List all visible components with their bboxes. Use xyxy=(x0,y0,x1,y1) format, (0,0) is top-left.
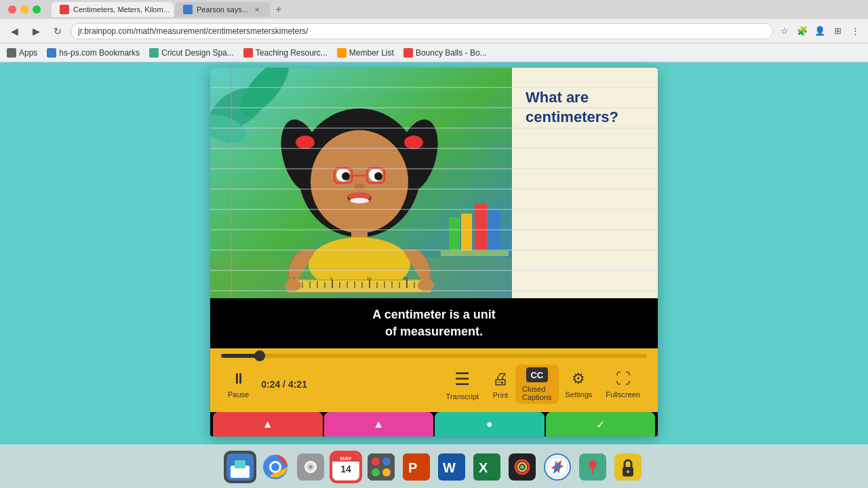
svg-text:P: P xyxy=(408,460,417,475)
bookmark-bouncy-label: Bouncy Balls - Bo... xyxy=(416,48,487,58)
svg-text:X: X xyxy=(479,460,488,475)
traffic-lights xyxy=(8,5,41,14)
tab-brainpop-label: Centimeters, Meters, Kilom... xyxy=(73,5,170,14)
url-text: jr.brainpop.com/math/measurement/centime… xyxy=(78,26,308,36)
fullscreen-label: Fullscreen xyxy=(606,390,640,399)
menu-button[interactable]: ⋮ xyxy=(848,24,863,39)
svg-text:W: W xyxy=(443,460,456,475)
hs-icon xyxy=(47,48,56,58)
title-bar: Centimeters, Meters, Kilom... ✕ Pearson … xyxy=(0,0,868,19)
dock-word[interactable]: W xyxy=(435,451,468,483)
bookmark-bouncy[interactable]: Bouncy Balls - Bo... xyxy=(403,48,487,58)
pearson-favicon xyxy=(183,5,193,14)
settings-icon: ⚙ xyxy=(572,370,585,388)
video-player: 1 5 10 15 What are centimeters? xyxy=(210,68,658,436)
cc-icon: CC xyxy=(526,367,548,382)
svg-rect-56 xyxy=(235,460,245,468)
bottom-btn-teal[interactable]: ● xyxy=(435,412,545,436)
back-button[interactable]: ◀ xyxy=(5,22,23,40)
settings-label: Settings xyxy=(566,390,593,399)
fullscreen-button[interactable]: ⛶ Fullscreen xyxy=(599,367,647,401)
tab-brainpop[interactable]: Centimeters, Meters, Kilom... ✕ xyxy=(52,2,174,17)
svg-point-59 xyxy=(271,463,279,471)
progress-row xyxy=(210,348,658,361)
bookmark-apps[interactable]: Apps xyxy=(7,48,37,58)
bookmark-hs-label: hs-ps.com Bookmarks xyxy=(59,48,140,58)
bottom-btn-green[interactable]: ✓ xyxy=(546,412,656,436)
bookmark-apps-label: Apps xyxy=(19,48,37,58)
current-time: 0:24 xyxy=(261,379,280,390)
print-label: Print xyxy=(493,391,509,399)
bottom-buttons-strip: ▲ ▲ ● ✓ xyxy=(210,412,658,436)
settings-button[interactable]: ⚙ Settings xyxy=(559,367,599,401)
subtitle-bar: A centimeter is a unitof measurement. xyxy=(210,298,658,348)
macos-dock: MAY14 P W X xyxy=(0,445,868,488)
progress-thumb[interactable] xyxy=(254,350,265,361)
bookmark-cricut[interactable]: Cricut Design Spa... xyxy=(149,48,234,58)
address-bar[interactable]: jr.brainpop.com/math/measurement/centime… xyxy=(71,23,773,39)
svg-point-73 xyxy=(382,468,391,476)
bookmarks-bar: Apps hs-ps.com Bookmarks Cricut Design S… xyxy=(0,43,868,62)
tab-pearson[interactable]: Pearson says... ✕ xyxy=(175,2,270,17)
tab-pearson-label: Pearson says... xyxy=(197,5,248,14)
notebook-text: What are centimeters? xyxy=(526,88,644,127)
svg-rect-69 xyxy=(368,453,395,481)
print-icon: 🖨 xyxy=(492,369,509,388)
new-tab-button[interactable]: + xyxy=(271,2,286,17)
closed-captions-button[interactable]: CC ClosedCaptions xyxy=(515,365,558,404)
refresh-button[interactable]: ↻ xyxy=(49,22,66,40)
print-notebook-button[interactable]: 🖨 Print xyxy=(486,367,515,402)
total-time: 4:21 xyxy=(288,379,307,390)
minimize-button[interactable] xyxy=(20,5,28,14)
cricut-icon xyxy=(149,48,159,58)
bookmark-teaching-label: Teaching Resourc... xyxy=(256,48,328,58)
pink-btn-icon: ▲ xyxy=(373,418,384,430)
tab-pearson-close[interactable]: ✕ xyxy=(252,5,262,14)
dock-finder[interactable] xyxy=(224,451,256,483)
bookmark-hs[interactable]: hs-ps.com Bookmarks xyxy=(47,48,140,58)
dock-lock[interactable] xyxy=(612,451,644,483)
dock-excel[interactable]: X xyxy=(471,451,503,483)
bookmark-star-button[interactable]: ☆ xyxy=(777,24,792,39)
transcript-button[interactable]: ☰ Transcript xyxy=(439,366,486,403)
svg-point-70 xyxy=(372,458,380,466)
controls-bar: ⏸ Pause 0:24 / 4:21 ☰ Transcript 🖨 Print… xyxy=(210,348,658,412)
video-notebook-panel: What are centimeters? xyxy=(512,68,658,298)
extensions-button[interactable]: 🧩 xyxy=(795,24,810,39)
progress-track[interactable] xyxy=(221,354,647,358)
teal-btn-icon: ● xyxy=(486,418,493,430)
svg-point-72 xyxy=(372,468,380,476)
dock-maps[interactable] xyxy=(576,451,609,483)
page-content: 1 5 10 15 What are centimeters? xyxy=(0,62,868,488)
tab-bar: Centimeters, Meters, Kilom... ✕ Pearson … xyxy=(52,2,286,17)
dock-calendar[interactable]: MAY14 xyxy=(330,451,362,483)
grid-button[interactable]: ⊞ xyxy=(830,24,845,39)
apps-icon xyxy=(7,48,16,58)
dock-system-prefs[interactable] xyxy=(294,451,327,483)
pause-label: Pause xyxy=(228,390,249,399)
bottom-btn-red[interactable]: ▲ xyxy=(213,412,323,436)
pause-button[interactable]: ⏸ Pause xyxy=(221,367,256,401)
dock-chrome[interactable] xyxy=(259,451,292,483)
dock-launchpad[interactable] xyxy=(365,451,397,483)
video-frame: 1 5 10 15 What are centimeters? xyxy=(210,68,658,298)
bookmark-cricut-label: Cricut Design Spa... xyxy=(161,48,234,58)
browser-chrome: Centimeters, Meters, Kilom... ✕ Pearson … xyxy=(0,0,868,62)
bottom-btn-pink[interactable]: ▲ xyxy=(324,412,434,436)
close-button[interactable] xyxy=(8,5,16,14)
svg-point-62 xyxy=(309,465,313,469)
controls-row: ⏸ Pause 0:24 / 4:21 ☰ Transcript 🖨 Print… xyxy=(210,361,658,412)
svg-point-71 xyxy=(382,458,391,466)
forward-button[interactable]: ▶ xyxy=(27,22,45,40)
bookmark-member[interactable]: Member List xyxy=(337,48,394,58)
nav-icons: ☆ 🧩 👤 ⊞ ⋮ xyxy=(777,24,863,39)
dock-photos[interactable] xyxy=(506,451,538,483)
svg-text:14: 14 xyxy=(340,464,351,474)
dock-powerpoint[interactable]: P xyxy=(400,451,433,483)
profile-button[interactable]: 👤 xyxy=(812,24,827,39)
teaching-icon xyxy=(243,48,253,58)
bookmark-teaching[interactable]: Teaching Resourc... xyxy=(243,48,328,58)
dock-safari[interactable] xyxy=(541,451,574,483)
subtitle-text: A centimeter is a unitof measurement. xyxy=(372,306,495,340)
maximize-button[interactable] xyxy=(33,5,41,14)
